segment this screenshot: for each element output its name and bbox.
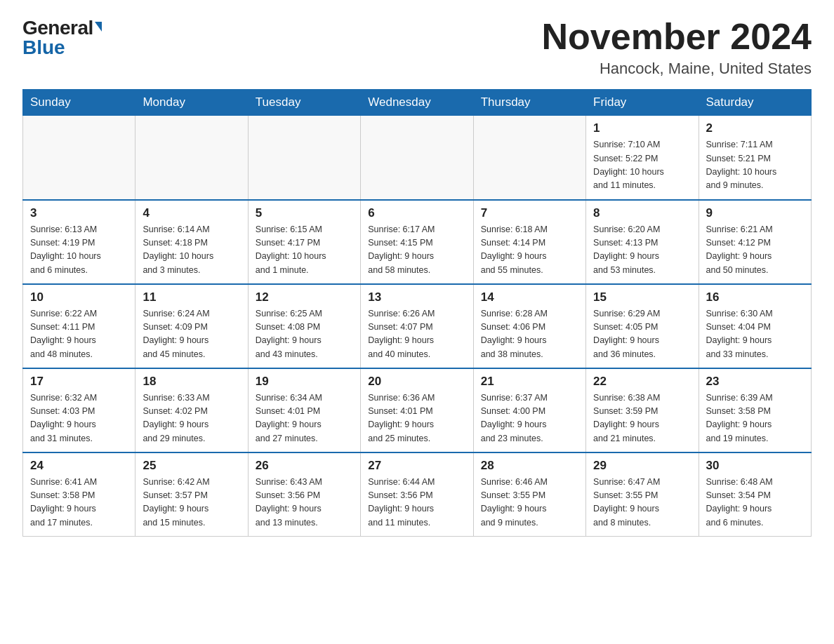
day-number: 17 (30, 375, 128, 389)
day-info: Sunrise: 6:34 AMSunset: 4:01 PMDaylight:… (256, 391, 353, 446)
calendar-cell: 24Sunrise: 6:41 AMSunset: 3:58 PMDayligh… (23, 452, 135, 537)
calendar-week-row-4: 17Sunrise: 6:32 AMSunset: 4:03 PMDayligh… (23, 368, 812, 452)
calendar-cell: 5Sunrise: 6:15 AMSunset: 4:17 PMDaylight… (248, 200, 360, 284)
day-number: 5 (256, 206, 353, 220)
day-number: 15 (593, 290, 691, 304)
calendar-cell: 14Sunrise: 6:28 AMSunset: 4:06 PMDayligh… (473, 284, 585, 368)
day-info: Sunrise: 6:38 AMSunset: 3:59 PMDaylight:… (593, 391, 691, 446)
calendar-cell: 7Sunrise: 6:18 AMSunset: 4:14 PMDaylight… (473, 200, 585, 284)
day-info: Sunrise: 6:43 AMSunset: 3:56 PMDaylight:… (256, 476, 353, 530)
day-number: 21 (481, 375, 578, 389)
day-number: 24 (30, 459, 128, 473)
calendar-week-row-2: 3Sunrise: 6:13 AMSunset: 4:19 PMDaylight… (23, 200, 812, 284)
day-number: 12 (256, 290, 353, 304)
day-info: Sunrise: 6:42 AMSunset: 3:57 PMDaylight:… (143, 476, 240, 530)
day-number: 23 (706, 375, 804, 389)
logo: General Blue (22, 17, 102, 59)
day-info: Sunrise: 6:32 AMSunset: 4:03 PMDaylight:… (30, 391, 128, 446)
day-number: 11 (143, 290, 240, 304)
calendar-cell: 11Sunrise: 6:24 AMSunset: 4:09 PMDayligh… (135, 284, 248, 368)
calendar-cell: 23Sunrise: 6:39 AMSunset: 3:58 PMDayligh… (699, 368, 811, 452)
calendar-cell: 15Sunrise: 6:29 AMSunset: 4:05 PMDayligh… (586, 284, 699, 368)
day-info: Sunrise: 6:46 AMSunset: 3:55 PMDaylight:… (481, 476, 578, 530)
day-number: 8 (593, 206, 691, 220)
day-info: Sunrise: 6:13 AMSunset: 4:19 PMDaylight:… (30, 223, 128, 278)
day-number: 22 (593, 375, 691, 389)
calendar-cell: 17Sunrise: 6:32 AMSunset: 4:03 PMDayligh… (23, 368, 135, 452)
calendar-cell: 16Sunrise: 6:30 AMSunset: 4:04 PMDayligh… (699, 284, 811, 368)
day-info: Sunrise: 6:47 AMSunset: 3:55 PMDaylight:… (593, 476, 691, 530)
day-number: 3 (30, 206, 128, 220)
calendar-cell: 26Sunrise: 6:43 AMSunset: 3:56 PMDayligh… (248, 452, 360, 537)
day-info: Sunrise: 6:15 AMSunset: 4:17 PMDaylight:… (256, 223, 353, 278)
day-info: Sunrise: 6:24 AMSunset: 4:09 PMDaylight:… (143, 307, 240, 362)
day-number: 30 (706, 459, 804, 473)
calendar-cell: 29Sunrise: 6:47 AMSunset: 3:55 PMDayligh… (586, 452, 699, 537)
calendar-cell (23, 116, 135, 200)
calendar-cell: 4Sunrise: 6:14 AMSunset: 4:18 PMDaylight… (135, 200, 248, 284)
page-header: General Blue November 2024 Hancock, Main… (22, 17, 812, 78)
day-info: Sunrise: 6:26 AMSunset: 4:07 PMDaylight:… (368, 307, 465, 362)
day-number: 28 (481, 459, 578, 473)
day-number: 19 (256, 375, 353, 389)
calendar-cell: 13Sunrise: 6:26 AMSunset: 4:07 PMDayligh… (361, 284, 473, 368)
weekday-header-thursday: Thursday (473, 90, 585, 116)
logo-triangle-icon (95, 22, 102, 32)
day-number: 2 (706, 121, 804, 135)
weekday-header-row: SundayMondayTuesdayWednesdayThursdayFrid… (23, 90, 812, 116)
title-section: November 2024 Hancock, Maine, United Sta… (542, 17, 812, 78)
day-number: 9 (706, 206, 804, 220)
day-number: 1 (593, 121, 691, 135)
day-info: Sunrise: 6:33 AMSunset: 4:02 PMDaylight:… (143, 391, 240, 446)
day-number: 10 (30, 290, 128, 304)
calendar-week-row-3: 10Sunrise: 6:22 AMSunset: 4:11 PMDayligh… (23, 284, 812, 368)
day-number: 4 (143, 206, 240, 220)
day-info: Sunrise: 7:10 AMSunset: 5:22 PMDaylight:… (593, 138, 691, 193)
calendar-cell: 18Sunrise: 6:33 AMSunset: 4:02 PMDayligh… (135, 368, 248, 452)
calendar-cell: 3Sunrise: 6:13 AMSunset: 4:19 PMDaylight… (23, 200, 135, 284)
weekday-header-saturday: Saturday (699, 90, 811, 116)
weekday-header-monday: Monday (135, 90, 248, 116)
day-info: Sunrise: 6:44 AMSunset: 3:56 PMDaylight:… (368, 476, 465, 530)
calendar-table: SundayMondayTuesdayWednesdayThursdayFrid… (22, 89, 812, 537)
day-number: 29 (593, 459, 691, 473)
weekday-header-wednesday: Wednesday (361, 90, 473, 116)
calendar-cell: 19Sunrise: 6:34 AMSunset: 4:01 PMDayligh… (248, 368, 360, 452)
weekday-header-friday: Friday (586, 90, 699, 116)
day-number: 26 (256, 459, 353, 473)
day-info: Sunrise: 6:18 AMSunset: 4:14 PMDaylight:… (481, 223, 578, 278)
day-number: 14 (481, 290, 578, 304)
calendar-cell: 1Sunrise: 7:10 AMSunset: 5:22 PMDaylight… (586, 116, 699, 200)
weekday-header-tuesday: Tuesday (248, 90, 360, 116)
calendar-cell: 28Sunrise: 6:46 AMSunset: 3:55 PMDayligh… (473, 452, 585, 537)
day-info: Sunrise: 7:11 AMSunset: 5:21 PMDaylight:… (706, 138, 804, 193)
day-number: 6 (368, 206, 465, 220)
day-number: 27 (368, 459, 465, 473)
calendar-cell: 27Sunrise: 6:44 AMSunset: 3:56 PMDayligh… (361, 452, 473, 537)
calendar-cell: 25Sunrise: 6:42 AMSunset: 3:57 PMDayligh… (135, 452, 248, 537)
calendar-cell: 30Sunrise: 6:48 AMSunset: 3:54 PMDayligh… (699, 452, 811, 537)
calendar-week-row-5: 24Sunrise: 6:41 AMSunset: 3:58 PMDayligh… (23, 452, 812, 537)
calendar-cell (135, 116, 248, 200)
day-number: 20 (368, 375, 465, 389)
logo-blue: Blue (22, 36, 65, 59)
calendar-cell: 12Sunrise: 6:25 AMSunset: 4:08 PMDayligh… (248, 284, 360, 368)
day-info: Sunrise: 6:22 AMSunset: 4:11 PMDaylight:… (30, 307, 128, 362)
weekday-header-sunday: Sunday (23, 90, 135, 116)
day-number: 18 (143, 375, 240, 389)
day-info: Sunrise: 6:25 AMSunset: 4:08 PMDaylight:… (256, 307, 353, 362)
calendar-cell: 9Sunrise: 6:21 AMSunset: 4:12 PMDaylight… (699, 200, 811, 284)
day-info: Sunrise: 6:17 AMSunset: 4:15 PMDaylight:… (368, 223, 465, 278)
calendar-cell (361, 116, 473, 200)
day-info: Sunrise: 6:48 AMSunset: 3:54 PMDaylight:… (706, 476, 804, 530)
month-title: November 2024 (542, 17, 812, 57)
day-info: Sunrise: 6:14 AMSunset: 4:18 PMDaylight:… (143, 223, 240, 278)
location: Hancock, Maine, United States (542, 60, 812, 78)
day-info: Sunrise: 6:41 AMSunset: 3:58 PMDaylight:… (30, 476, 128, 530)
day-number: 16 (706, 290, 804, 304)
day-info: Sunrise: 6:20 AMSunset: 4:13 PMDaylight:… (593, 223, 691, 278)
calendar-cell: 8Sunrise: 6:20 AMSunset: 4:13 PMDaylight… (586, 200, 699, 284)
calendar-cell: 2Sunrise: 7:11 AMSunset: 5:21 PMDaylight… (699, 116, 811, 200)
day-info: Sunrise: 6:29 AMSunset: 4:05 PMDaylight:… (593, 307, 691, 362)
calendar-week-row-1: 1Sunrise: 7:10 AMSunset: 5:22 PMDaylight… (23, 116, 812, 200)
